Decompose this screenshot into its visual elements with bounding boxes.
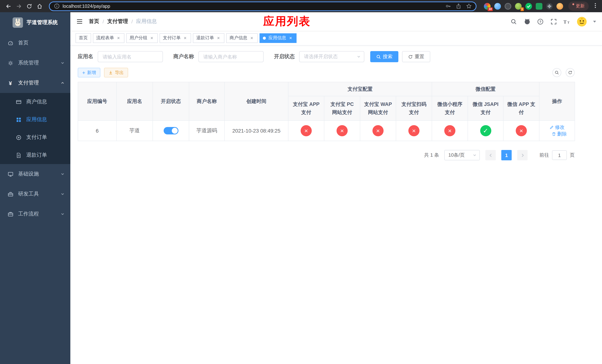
- extensions-tray: 10 1: [484, 3, 563, 10]
- tab-label: 退款订单: [196, 35, 214, 41]
- table-row: 6 芋道 芋道源码 2021-10-23 08:49:25 × × × × × …: [78, 120, 575, 141]
- browser-home-icon[interactable]: [35, 1, 44, 11]
- update-label: 更新: [576, 3, 585, 9]
- page-size-select[interactable]: 10条/页: [444, 150, 480, 160]
- font-size-icon[interactable]: TT: [563, 18, 570, 25]
- breadcrumb-home[interactable]: 首页: [89, 18, 99, 25]
- sidebar-item-infrastructure[interactable]: 基础设施: [0, 164, 70, 184]
- sidebar-item-label: 研发工具: [18, 191, 39, 197]
- browser-update-button[interactable]: 更新: [568, 1, 589, 11]
- close-icon[interactable]: ×: [116, 35, 121, 41]
- extension-icon-droplet[interactable]: [494, 3, 501, 10]
- sidebar-item-workflow[interactable]: 工作流程: [0, 204, 70, 224]
- sidebar-item-payment[interactable]: ¥ 支付管理: [0, 73, 70, 93]
- merchant-name-label: 商户名称: [173, 53, 194, 60]
- sidebar-item-merchant-info[interactable]: 商户信息: [0, 93, 70, 111]
- extension-icon-wechat-dev[interactable]: [525, 3, 532, 10]
- fullscreen-icon[interactable]: [550, 18, 557, 25]
- page-content: 应用名 商户名称 开启状态 请选择开启状态: [70, 45, 602, 160]
- tab-label: 首页: [79, 35, 88, 41]
- add-button[interactable]: + 新增: [78, 68, 100, 77]
- extension-icon-colorful[interactable]: 10: [484, 3, 491, 10]
- browser-back-icon[interactable]: [4, 1, 13, 11]
- close-icon[interactable]: ×: [249, 35, 254, 41]
- refresh-table-button[interactable]: [566, 68, 575, 77]
- update-dot-icon: [572, 3, 574, 5]
- tab-process-form[interactable]: 流程表单 ×: [93, 33, 124, 43]
- avatar-caret-icon[interactable]: [593, 21, 596, 22]
- sidebar-item-system[interactable]: 系统管理: [0, 53, 70, 73]
- bookmark-star-icon[interactable]: [466, 3, 472, 9]
- status-select[interactable]: 请选择开启状态: [299, 51, 364, 62]
- toolbox-icon: [7, 191, 13, 197]
- edit-link[interactable]: 修改: [549, 124, 565, 131]
- reset-button-label: 重置: [415, 53, 424, 60]
- sidebar-item-home[interactable]: 首页: [0, 33, 70, 53]
- page-title: 应用列表: [263, 14, 311, 29]
- reset-button[interactable]: 重置: [402, 51, 430, 62]
- merchant-name-input[interactable]: [198, 51, 264, 62]
- chevron-down-icon: [61, 212, 64, 216]
- svg-text:T: T: [567, 21, 570, 24]
- page-unit-label: 页: [570, 152, 575, 159]
- chevron-down-icon: [61, 172, 64, 176]
- help-icon[interactable]: ?: [537, 18, 544, 25]
- user-avatar[interactable]: [577, 16, 587, 26]
- tab-refund-order[interactable]: 退款订单 ×: [193, 33, 224, 43]
- sidebar-toggle-icon[interactable]: [76, 18, 83, 25]
- export-button[interactable]: 导出: [104, 68, 128, 77]
- cell-alipay-wap: ×: [360, 120, 396, 141]
- share-icon[interactable]: [455, 3, 461, 9]
- extension-icon-orange-face[interactable]: [557, 3, 563, 10]
- search-icon[interactable]: [510, 18, 517, 25]
- extension-icon-green-square[interactable]: [536, 3, 542, 10]
- app-logo[interactable]: 芋道管理系统: [0, 12, 70, 33]
- extension-icon-green-avatar[interactable]: 1: [515, 3, 522, 10]
- current-page-button[interactable]: 1: [501, 150, 512, 160]
- sidebar-item-pay-order[interactable]: 支付订单: [0, 128, 70, 146]
- address-bar[interactable]: localhost:1024/pay/app: [49, 1, 476, 11]
- sidebar-item-app-info[interactable]: 应用信息: [0, 111, 70, 128]
- sidebar-menu: 首页 系统管理 ¥ 支付管理: [0, 33, 70, 224]
- col-header-merchant: 商户名称: [189, 82, 225, 120]
- browser-menu-icon[interactable]: [592, 2, 598, 10]
- browser-forward-icon[interactable]: [14, 1, 24, 11]
- extension-icon-puzzle[interactable]: [546, 3, 553, 10]
- col-group-wechat: 微信配置: [432, 82, 539, 96]
- fail-icon: ×: [408, 125, 419, 136]
- url-text[interactable]: localhost:1024/pay/app: [63, 3, 442, 9]
- github-icon[interactable]: [524, 18, 531, 25]
- breadcrumb-payment[interactable]: 支付管理: [107, 18, 128, 25]
- tab-merchant-info[interactable]: 商户信息 ×: [226, 33, 258, 43]
- svg-text:?: ?: [539, 20, 541, 23]
- app-name-input[interactable]: [98, 51, 163, 62]
- sidebar-submenu-payment: 商户信息 应用信息 支付订单: [0, 93, 70, 164]
- tab-pay-order[interactable]: 支付订单 ×: [160, 33, 191, 43]
- next-page-button[interactable]: [517, 150, 527, 160]
- browser-reload-icon[interactable]: [24, 1, 34, 11]
- chevron-down-icon: [61, 192, 64, 196]
- prev-page-button[interactable]: [485, 150, 496, 160]
- tab-app-info[interactable]: 应用信息 ×: [259, 33, 297, 43]
- close-icon[interactable]: ×: [183, 35, 188, 41]
- breadcrumb: 首页 / 支付管理 / 应用信息: [89, 18, 157, 25]
- svg-text:T: T: [563, 19, 567, 24]
- sidebar-item-dev-tools[interactable]: 研发工具: [0, 184, 70, 204]
- password-key-icon[interactable]: [445, 3, 451, 9]
- close-icon[interactable]: ×: [216, 35, 221, 41]
- cell-status: [153, 120, 189, 141]
- delete-link[interactable]: 删除: [552, 131, 567, 137]
- extension-icon-dark-circle[interactable]: [505, 3, 511, 10]
- close-icon[interactable]: ×: [149, 35, 154, 41]
- site-info-icon[interactable]: [54, 3, 60, 9]
- sidebar-item-refund-order[interactable]: 退款订单: [0, 146, 70, 164]
- status-toggle[interactable]: [163, 127, 178, 134]
- tab-home[interactable]: 首页: [75, 33, 91, 43]
- col-header-alipay-wap: 支付宝 WAP 网站支付: [360, 96, 396, 120]
- toggle-search-button[interactable]: [552, 68, 561, 77]
- close-icon[interactable]: ×: [288, 35, 293, 41]
- address-bar-actions: [445, 3, 472, 9]
- search-button[interactable]: 搜索: [370, 51, 398, 62]
- goto-page-input[interactable]: [552, 150, 567, 160]
- tab-user-group[interactable]: 用户分组 ×: [126, 33, 158, 43]
